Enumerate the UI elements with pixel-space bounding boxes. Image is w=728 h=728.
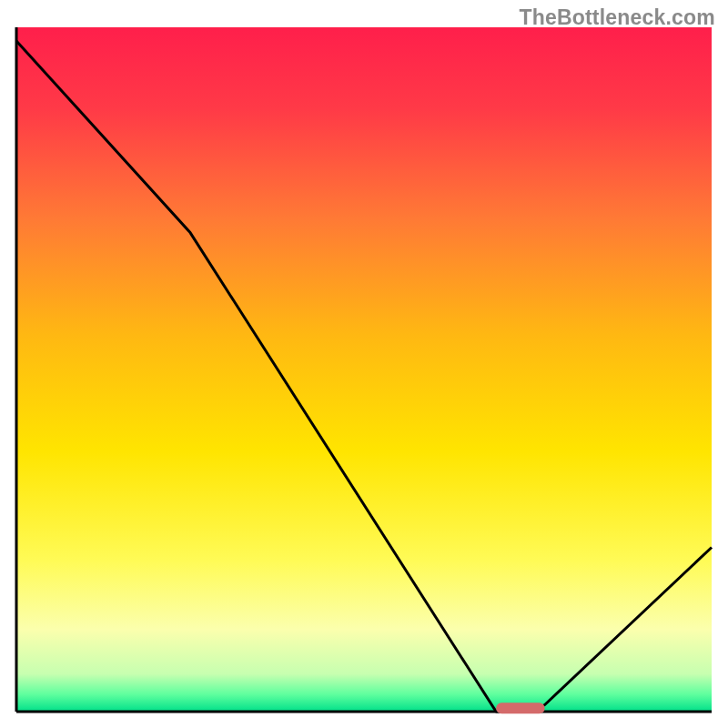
bottleneck-chart (0, 0, 728, 728)
chart-stage: TheBottleneck.com (0, 0, 728, 728)
optimal-region-marker (496, 703, 544, 713)
gradient-background (16, 27, 712, 712)
